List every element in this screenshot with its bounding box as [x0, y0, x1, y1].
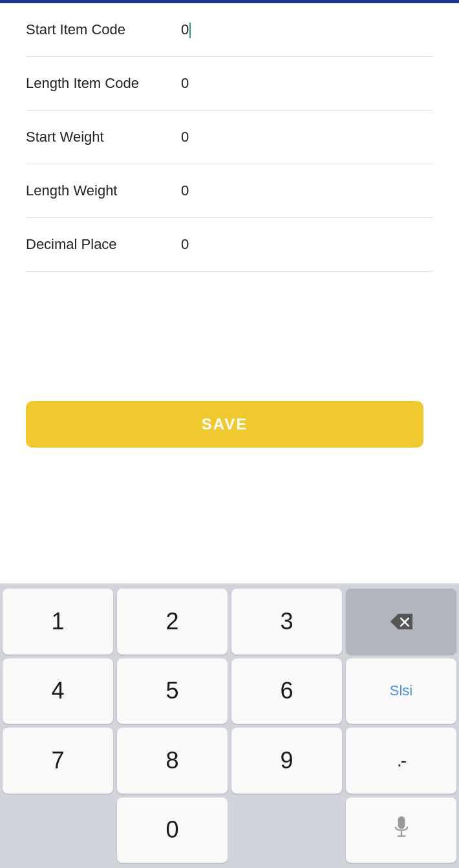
save-button[interactable]: SAVE — [26, 401, 423, 448]
form-row-decimal-place[interactable]: Decimal Place 0 — [26, 218, 433, 272]
form-row-start-item-code[interactable]: Start Item Code 0 — [26, 3, 433, 57]
numeric-keyboard: 1 2 3 4 5 6 Slsi 7 8 9 .- 0 — [0, 583, 459, 868]
key-5[interactable]: 5 — [117, 658, 228, 724]
label-start-weight: Start Weight — [26, 129, 168, 146]
form-row-length-weight[interactable]: Length Weight 0 — [26, 164, 433, 218]
key-dot-dash[interactable]: .- — [346, 728, 456, 794]
backspace-icon — [389, 612, 414, 631]
key-2[interactable]: 2 — [117, 589, 228, 655]
value-length-item-code[interactable]: 0 — [181, 75, 189, 92]
save-button-container: SAVE — [0, 382, 459, 473]
key-slsi[interactable]: Slsi — [346, 658, 456, 724]
key-mic[interactable] — [346, 797, 456, 863]
key-9[interactable]: 9 — [231, 728, 342, 794]
key-empty-right — [231, 797, 342, 863]
label-decimal-place: Decimal Place — [26, 236, 168, 253]
label-length-item-code: Length Item Code — [26, 75, 168, 92]
key-empty-left — [3, 797, 113, 863]
value-start-item-code[interactable]: 0 — [181, 21, 191, 38]
key-4[interactable]: 4 — [3, 658, 113, 724]
label-length-weight: Length Weight — [26, 182, 168, 199]
value-start-weight[interactable]: 0 — [181, 129, 189, 146]
label-start-item-code: Start Item Code — [26, 21, 168, 38]
svg-rect-2 — [398, 816, 405, 829]
form-row-length-item-code[interactable]: Length Item Code 0 — [26, 57, 433, 111]
key-3[interactable]: 3 — [231, 589, 342, 655]
key-7[interactable]: 7 — [3, 728, 113, 794]
form-row-start-weight[interactable]: Start Weight 0 — [26, 111, 433, 164]
key-1[interactable]: 1 — [3, 589, 113, 655]
key-0[interactable]: 0 — [117, 797, 228, 863]
mic-icon — [392, 816, 411, 845]
spacer — [0, 473, 459, 583]
key-6[interactable]: 6 — [231, 658, 342, 724]
key-8[interactable]: 8 — [117, 728, 228, 794]
value-decimal-place[interactable]: 0 — [181, 236, 189, 253]
form-section: Start Item Code 0 Length Item Code 0 Sta… — [0, 3, 459, 382]
value-length-weight[interactable]: 0 — [181, 182, 189, 199]
backspace-key[interactable] — [346, 589, 456, 655]
